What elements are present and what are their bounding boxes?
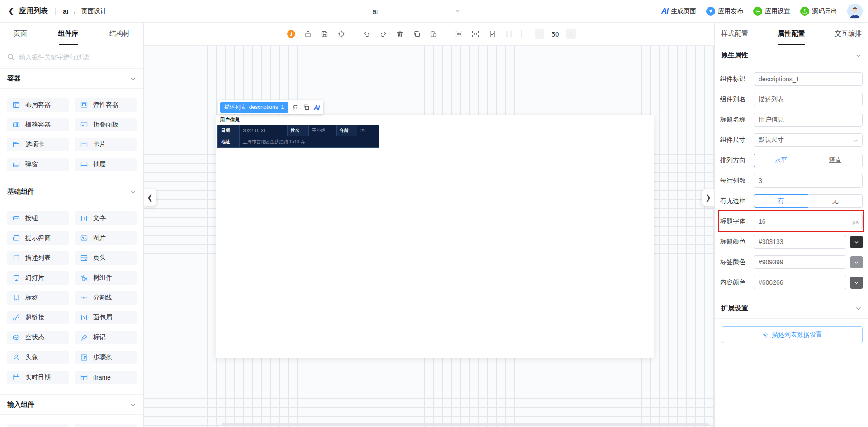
paste-icon[interactable] bbox=[425, 27, 442, 41]
sidebar-component-item[interactable]: 弹性容器 bbox=[75, 98, 137, 112]
sidebar-component-item[interactable]: 选项卡 bbox=[7, 138, 69, 151]
ai-edit-icon[interactable]: Ai bbox=[314, 104, 319, 111]
search-input[interactable] bbox=[19, 53, 136, 61]
tab-style-config[interactable]: 样式配置 bbox=[719, 23, 750, 45]
sidebar-component-item[interactable]: 空状态 bbox=[7, 331, 69, 344]
undo-icon[interactable] bbox=[358, 27, 375, 41]
title-color-swatch[interactable] bbox=[850, 236, 863, 248]
redo-icon[interactable] bbox=[375, 27, 392, 41]
zoom-in-button[interactable]: + bbox=[566, 29, 576, 39]
field-direction: 排列方向 水平 竖直 bbox=[720, 154, 863, 167]
zoom-out-button[interactable]: − bbox=[535, 29, 544, 39]
unlock-icon[interactable] bbox=[299, 27, 316, 41]
sidebar-component-item[interactable]: 图片 bbox=[75, 231, 137, 245]
source-export-button[interactable]: 源码导出 bbox=[800, 7, 837, 16]
content-color-swatch[interactable] bbox=[850, 277, 863, 289]
app-header: ❮ 应用列表 ai / 页面设计 ai Ai 生成页面 应用发布 bbox=[0, 0, 868, 23]
direction-horizontal-button[interactable]: 水平 bbox=[754, 154, 808, 167]
tab-pages[interactable]: 页面 bbox=[14, 23, 27, 45]
label-color-swatch[interactable] bbox=[850, 256, 863, 268]
sidebar-component-item[interactable]: 卡片 bbox=[75, 138, 137, 151]
component-id-input[interactable]: descriptions_1 bbox=[754, 72, 863, 86]
sidebar-component-item[interactable]: 面包屑 bbox=[75, 311, 137, 324]
app-publish-button[interactable]: 应用发布 bbox=[706, 7, 743, 16]
section-header[interactable]: 基础组件 bbox=[0, 182, 143, 202]
page-check-icon[interactable] bbox=[484, 27, 500, 41]
field-component-size: 组件尺寸 默认尺寸 bbox=[720, 133, 863, 147]
artboard[interactable] bbox=[216, 115, 654, 358]
sidebar-component-item[interactable]: 抽屉 bbox=[75, 158, 137, 171]
ai-logo-icon: Ai bbox=[661, 7, 668, 16]
sidebar-component-item[interactable]: 实时日期 bbox=[7, 371, 69, 384]
back-icon[interactable]: ❮ bbox=[8, 6, 14, 16]
native-properties-section-header[interactable]: 原生属性 bbox=[715, 45, 868, 66]
sidebar-component-item[interactable]: 树组件 bbox=[75, 271, 137, 285]
sidebar-component-item[interactable]: 标签 bbox=[7, 291, 69, 305]
delete-icon[interactable] bbox=[392, 27, 408, 41]
info-icon[interactable]: i bbox=[283, 27, 299, 41]
sidebar-component-item[interactable]: 提示弹窗 bbox=[7, 231, 69, 245]
sidebar-component-item[interactable]: 页头 bbox=[75, 251, 137, 265]
sidebar-component-item[interactable]: 栅格容器 bbox=[7, 118, 69, 131]
toolbar-divider bbox=[446, 30, 446, 38]
target-icon[interactable] bbox=[333, 27, 349, 41]
page-selector[interactable]: ai bbox=[316, 0, 463, 23]
sidebar-component-item[interactable]: iframe bbox=[75, 371, 137, 384]
copy-icon[interactable] bbox=[408, 27, 425, 41]
sidebar-component-item[interactable] bbox=[7, 424, 69, 427]
sidebar-component-item[interactable]: 折叠面板 bbox=[75, 118, 137, 131]
sidebar-component-item[interactable]: 描述列表 bbox=[7, 251, 69, 265]
descriptions-data-settings-button[interactable]: 描述列表数据设置 bbox=[722, 326, 863, 343]
sidebar-component-item[interactable]: 幻灯片 bbox=[7, 271, 69, 285]
delete-component-icon[interactable] bbox=[292, 104, 299, 111]
component-size-select[interactable]: 默认尺寸 bbox=[754, 133, 863, 147]
section-header[interactable]: 输入组件 bbox=[0, 394, 143, 415]
generate-page-button[interactable]: Ai 生成页面 bbox=[661, 7, 696, 16]
code-preview-icon[interactable] bbox=[467, 27, 484, 41]
sidebar-component-item[interactable]: 弹窗 bbox=[7, 158, 69, 171]
frame-icon[interactable] bbox=[500, 27, 517, 41]
tab-structure-tree[interactable]: 结构树 bbox=[109, 23, 130, 45]
section-header[interactable]: 容器 bbox=[0, 68, 143, 89]
dialog-icon bbox=[13, 161, 20, 168]
horizontal-scrollbar[interactable] bbox=[222, 423, 709, 426]
content-color-input[interactable]: #606266 bbox=[754, 276, 846, 289]
copy-component-icon[interactable] bbox=[303, 104, 310, 111]
tab-property-config[interactable]: 属性配置 bbox=[776, 23, 807, 45]
image-icon bbox=[80, 235, 88, 242]
tree-icon bbox=[80, 274, 88, 282]
sidebar-component-item[interactable]: 文字 bbox=[75, 211, 137, 225]
svg-text:BTN: BTN bbox=[14, 218, 18, 220]
sidebar-component-item[interactable]: 步骤条 bbox=[75, 351, 137, 364]
extended-settings-section-header[interactable]: 扩展设置 bbox=[715, 298, 868, 319]
descriptions-component[interactable]: 用户信息 日期 2022-10-31 姓名 王小虎 年龄 21 地址 上海市普陀… bbox=[217, 115, 378, 148]
app-settings-button[interactable]: 应用设置 bbox=[753, 7, 790, 16]
label-color-input[interactable]: #909399 bbox=[754, 255, 846, 269]
sidebar-component-item[interactable]: 布局容器 bbox=[7, 98, 69, 112]
tab-component-library[interactable]: 组件库 bbox=[58, 23, 79, 45]
tab-interaction-config[interactable]: 交互编排 bbox=[833, 23, 863, 45]
sidebar-component-item[interactable]: BTN按钮 bbox=[7, 211, 69, 225]
sidebar-component-item[interactable]: 分割线 bbox=[75, 291, 137, 305]
canvas-grid[interactable]: 描述列表_descriptions_1 Ai 用户信息 日期 2022-10-3… bbox=[144, 46, 714, 427]
flex-container-icon bbox=[80, 101, 88, 108]
collapse-left-panel-handle[interactable]: ❮ bbox=[144, 189, 156, 206]
border-yes-button[interactable]: 有 bbox=[754, 194, 808, 208]
title-color-input[interactable]: #303133 bbox=[754, 235, 846, 249]
collapse-right-panel-handle[interactable]: ❯ bbox=[702, 189, 714, 206]
back-to-app-list-link[interactable]: 应用列表 bbox=[19, 6, 48, 16]
columns-per-row-input[interactable]: 3 bbox=[754, 174, 863, 188]
sidebar-component-item[interactable] bbox=[75, 424, 137, 427]
component-alias-input[interactable]: 描述列表 bbox=[754, 93, 863, 106]
border-no-button[interactable]: 无 bbox=[808, 194, 863, 208]
title-font-input[interactable]: 16 px bbox=[754, 215, 863, 228]
user-avatar[interactable] bbox=[847, 4, 863, 19]
title-name-input[interactable]: 用户信息 bbox=[754, 113, 863, 127]
save-icon[interactable] bbox=[316, 27, 333, 41]
sidebar-component-item[interactable]: 头像 bbox=[7, 351, 69, 364]
sidebar-component-item[interactable]: 超链接 bbox=[7, 311, 69, 324]
sidebar-component-item[interactable]: 标记 bbox=[75, 331, 137, 344]
chevron-down-icon bbox=[855, 305, 862, 311]
direction-vertical-button[interactable]: 竖直 bbox=[808, 154, 863, 167]
preview-icon[interactable] bbox=[450, 27, 467, 41]
